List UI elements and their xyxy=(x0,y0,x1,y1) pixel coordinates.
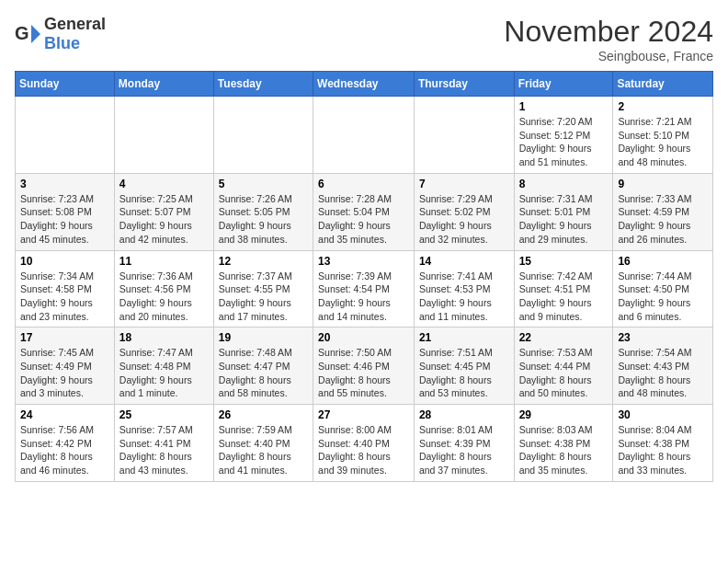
day-number: 26 xyxy=(219,408,308,421)
day-header-wednesday: Wednesday xyxy=(313,72,415,97)
day-number: 3 xyxy=(20,178,109,190)
logo-icon: G xyxy=(15,21,40,47)
day-cell: 20Sunrise: 7:50 AM Sunset: 4:46 PM Dayli… xyxy=(313,327,415,405)
day-info: Sunrise: 7:53 AM Sunset: 4:44 PM Dayligh… xyxy=(519,346,609,400)
day-cell: 30Sunrise: 8:04 AM Sunset: 4:38 PM Dayli… xyxy=(613,405,713,482)
day-cell: 23Sunrise: 7:54 AM Sunset: 4:43 PM Dayli… xyxy=(613,327,713,405)
day-cell: 11Sunrise: 7:36 AM Sunset: 4:56 PM Dayli… xyxy=(114,250,213,327)
day-number: 10 xyxy=(20,255,109,268)
day-cell: 22Sunrise: 7:53 AM Sunset: 4:44 PM Dayli… xyxy=(514,327,613,405)
day-number: 18 xyxy=(119,331,209,344)
day-cell: 17Sunrise: 7:45 AM Sunset: 4:49 PM Dayli… xyxy=(16,327,115,405)
day-cell xyxy=(414,97,514,174)
day-info: Sunrise: 7:42 AM Sunset: 4:51 PM Dayligh… xyxy=(519,270,609,324)
week-row-1: 1Sunrise: 7:20 AM Sunset: 5:12 PM Daylig… xyxy=(16,97,713,174)
day-cell: 1Sunrise: 7:20 AM Sunset: 5:12 PM Daylig… xyxy=(514,97,613,174)
day-number: 7 xyxy=(419,178,509,190)
day-info: Sunrise: 7:45 AM Sunset: 4:49 PM Dayligh… xyxy=(20,346,109,400)
day-cell: 12Sunrise: 7:37 AM Sunset: 4:55 PM Dayli… xyxy=(213,250,313,327)
day-number: 17 xyxy=(20,331,109,344)
title-area: November 2024 Seingbouse, France xyxy=(504,15,713,63)
day-number: 15 xyxy=(519,255,609,268)
month-title: November 2024 xyxy=(504,15,713,49)
day-cell: 21Sunrise: 7:51 AM Sunset: 4:45 PM Dayli… xyxy=(414,327,514,405)
day-header-friday: Friday xyxy=(514,72,613,97)
calendar-table: SundayMondayTuesdayWednesdayThursdayFrid… xyxy=(15,71,713,482)
day-number: 24 xyxy=(20,408,109,421)
day-number: 2 xyxy=(618,100,708,113)
day-info: Sunrise: 7:44 AM Sunset: 4:50 PM Dayligh… xyxy=(618,270,708,324)
day-cell: 10Sunrise: 7:34 AM Sunset: 4:58 PM Dayli… xyxy=(16,250,115,327)
location: Seingbouse, France xyxy=(504,49,713,63)
day-number: 28 xyxy=(419,408,509,421)
day-cell: 16Sunrise: 7:44 AM Sunset: 4:50 PM Dayli… xyxy=(613,250,713,327)
day-number: 6 xyxy=(318,178,409,190)
header: G General Blue November 2024 Seingbouse,… xyxy=(15,15,713,63)
day-cell: 14Sunrise: 7:41 AM Sunset: 4:53 PM Dayli… xyxy=(414,250,514,327)
day-header-tuesday: Tuesday xyxy=(213,72,313,97)
day-info: Sunrise: 7:51 AM Sunset: 4:45 PM Dayligh… xyxy=(419,346,509,400)
day-info: Sunrise: 7:29 AM Sunset: 5:02 PM Dayligh… xyxy=(419,192,509,247)
day-info: Sunrise: 7:59 AM Sunset: 4:40 PM Dayligh… xyxy=(219,423,308,477)
day-info: Sunrise: 7:26 AM Sunset: 5:05 PM Dayligh… xyxy=(219,192,308,247)
day-info: Sunrise: 7:33 AM Sunset: 4:59 PM Dayligh… xyxy=(618,192,708,247)
day-number: 27 xyxy=(318,408,409,421)
svg-marker-1 xyxy=(31,25,40,43)
day-number: 9 xyxy=(618,178,708,190)
day-info: Sunrise: 8:04 AM Sunset: 4:38 PM Dayligh… xyxy=(618,423,708,477)
day-number: 21 xyxy=(419,331,509,344)
day-number: 12 xyxy=(219,255,308,268)
day-header-saturday: Saturday xyxy=(613,72,713,97)
day-info: Sunrise: 7:39 AM Sunset: 4:54 PM Dayligh… xyxy=(318,270,409,324)
day-cell: 28Sunrise: 8:01 AM Sunset: 4:39 PM Dayli… xyxy=(414,405,514,482)
day-cell: 9Sunrise: 7:33 AM Sunset: 4:59 PM Daylig… xyxy=(613,173,713,250)
day-info: Sunrise: 7:41 AM Sunset: 4:53 PM Dayligh… xyxy=(419,270,509,324)
day-cell: 18Sunrise: 7:47 AM Sunset: 4:48 PM Dayli… xyxy=(114,327,213,405)
day-header-monday: Monday xyxy=(114,72,213,97)
day-info: Sunrise: 7:25 AM Sunset: 5:07 PM Dayligh… xyxy=(119,192,209,247)
svg-text:G: G xyxy=(15,23,29,43)
day-number: 1 xyxy=(519,100,609,113)
day-info: Sunrise: 7:23 AM Sunset: 5:08 PM Dayligh… xyxy=(20,192,109,247)
day-number: 23 xyxy=(618,331,708,344)
day-info: Sunrise: 7:20 AM Sunset: 5:12 PM Dayligh… xyxy=(519,115,609,169)
day-info: Sunrise: 7:54 AM Sunset: 4:43 PM Dayligh… xyxy=(618,346,708,400)
day-cell: 25Sunrise: 7:57 AM Sunset: 4:41 PM Dayli… xyxy=(114,405,213,482)
day-cell: 2Sunrise: 7:21 AM Sunset: 5:10 PM Daylig… xyxy=(613,97,713,174)
day-cell: 19Sunrise: 7:48 AM Sunset: 4:47 PM Dayli… xyxy=(213,327,313,405)
logo-blue: Blue xyxy=(44,34,80,52)
week-row-5: 24Sunrise: 7:56 AM Sunset: 4:42 PM Dayli… xyxy=(16,405,713,482)
day-info: Sunrise: 7:31 AM Sunset: 5:01 PM Dayligh… xyxy=(519,192,609,247)
day-cell: 26Sunrise: 7:59 AM Sunset: 4:40 PM Dayli… xyxy=(213,405,313,482)
day-number: 5 xyxy=(219,178,308,190)
day-number: 16 xyxy=(618,255,708,268)
week-row-4: 17Sunrise: 7:45 AM Sunset: 4:49 PM Dayli… xyxy=(16,327,713,405)
day-info: Sunrise: 7:21 AM Sunset: 5:10 PM Dayligh… xyxy=(618,115,708,169)
day-cell xyxy=(114,97,213,174)
day-number: 20 xyxy=(318,331,409,344)
day-cell xyxy=(16,97,115,174)
day-info: Sunrise: 8:03 AM Sunset: 4:38 PM Dayligh… xyxy=(519,423,609,477)
logo: G General Blue xyxy=(15,15,106,53)
day-number: 19 xyxy=(219,331,308,344)
day-cell: 24Sunrise: 7:56 AM Sunset: 4:42 PM Dayli… xyxy=(16,405,115,482)
logo-general: General xyxy=(44,15,106,33)
day-cell: 29Sunrise: 8:03 AM Sunset: 4:38 PM Dayli… xyxy=(514,405,613,482)
day-number: 14 xyxy=(419,255,509,268)
day-number: 25 xyxy=(119,408,209,421)
day-cell: 13Sunrise: 7:39 AM Sunset: 4:54 PM Dayli… xyxy=(313,250,415,327)
day-number: 29 xyxy=(519,408,609,421)
day-info: Sunrise: 7:48 AM Sunset: 4:47 PM Dayligh… xyxy=(219,346,308,400)
day-info: Sunrise: 7:36 AM Sunset: 4:56 PM Dayligh… xyxy=(119,270,209,324)
day-info: Sunrise: 7:50 AM Sunset: 4:46 PM Dayligh… xyxy=(318,346,409,400)
day-cell: 15Sunrise: 7:42 AM Sunset: 4:51 PM Dayli… xyxy=(514,250,613,327)
week-row-2: 3Sunrise: 7:23 AM Sunset: 5:08 PM Daylig… xyxy=(16,173,713,250)
day-info: Sunrise: 7:47 AM Sunset: 4:48 PM Dayligh… xyxy=(119,346,209,400)
day-number: 30 xyxy=(618,408,708,421)
day-number: 11 xyxy=(119,255,209,268)
day-cell: 27Sunrise: 8:00 AM Sunset: 4:40 PM Dayli… xyxy=(313,405,415,482)
day-number: 22 xyxy=(519,331,609,344)
day-header-sunday: Sunday xyxy=(16,72,115,97)
day-header-thursday: Thursday xyxy=(414,72,514,97)
day-info: Sunrise: 8:00 AM Sunset: 4:40 PM Dayligh… xyxy=(318,423,409,477)
